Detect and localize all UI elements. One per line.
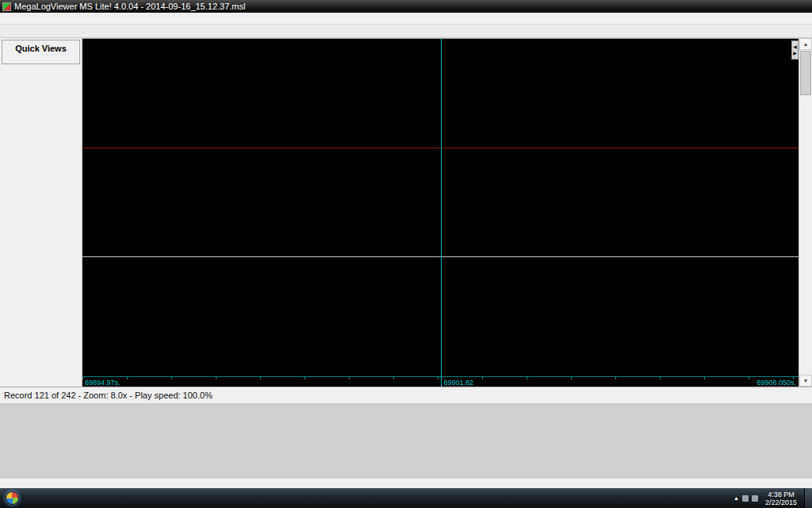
splitter-left-icon[interactable]: ◀ [793,44,797,50]
time-cursor-label: 69901.82 [444,379,474,387]
scrollbar-thumb[interactable] [800,51,811,95]
quick-views-title: Quick Views [4,44,78,53]
clock-date: 2/22/2015 [765,498,797,506]
taskbar-clock[interactable]: 4:38 PM 2/22/2015 [761,491,801,506]
time-end-label: 69908.050s. [756,379,796,387]
splitter-right-icon[interactable]: ▶ [793,50,797,56]
scrollbar-track[interactable] [799,96,812,375]
windows-logo-icon [6,491,19,505]
app-icon [2,2,11,11]
playback-cursor-line [441,38,442,387]
window-title: MegaLogViewer MS Lite! 4.0.04 - 2014-09-… [14,2,245,11]
splitter-handle[interactable]: ◀▶ [791,40,799,60]
tray-expand-icon[interactable]: ▲ [733,495,739,501]
windows-taskbar: ▲ 4:38 PM 2/22/2015 [0,488,812,508]
gauge-grid [0,403,812,479]
menu-bar [0,13,812,25]
show-desktop-button[interactable] [804,488,812,508]
main-area: Quick Views [0,38,812,387]
tab-row [0,25,812,38]
megalogviewer-window: MegaLogViewer MS Lite! 4.0.04 - 2014-09-… [0,0,812,508]
system-tray: ▲ 4:38 PM 2/22/2015 [733,488,812,508]
start-button[interactable] [2,489,23,507]
vertical-scrollbar[interactable]: ▲ ▼ [799,38,812,387]
graph-area[interactable]: 69894.97s. 69901.82 69908.050s. ◀▶ [82,38,799,387]
record-status-text: Record 121 of 242 - Zoom: 8.0x - Play sp… [4,391,808,400]
clock-time: 4:38 PM [765,491,797,498]
status-bar: Record 121 of 242 - Zoom: 8.0x - Play sp… [0,387,812,403]
quick-views-panel: Quick Views [2,40,80,64]
scroll-up-icon[interactable]: ▲ [799,38,812,50]
scroll-down-icon[interactable]: ▼ [799,375,812,387]
title-bar: MegaLogViewer MS Lite! 4.0.04 - 2014-09-… [0,0,812,13]
time-start-label: 69894.97s. [85,379,121,387]
tray-status-icon[interactable] [742,495,749,502]
quick-views-sidebar: Quick Views [0,38,82,387]
tray-network-icon[interactable] [752,495,758,502]
